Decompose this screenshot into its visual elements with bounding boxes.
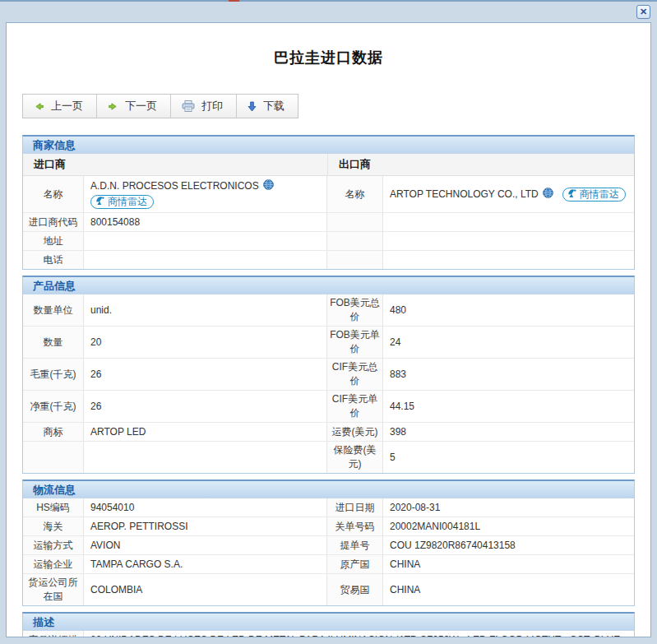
field-value xyxy=(383,213,634,231)
field-value: CHINA xyxy=(383,555,634,573)
exporter-header: 出口商 xyxy=(327,154,634,175)
description-section: 描述 产品详细描述 20 UNIDADES DE LUCES DE LED DE… xyxy=(22,612,635,637)
field-label: 产品详细描述 xyxy=(23,631,84,637)
logistics-section: 物流信息 HS编码 94054010 进口日期 2020-08-31 海关 AE… xyxy=(22,480,635,606)
exporter-name: ARTOP TECHNOLOGY CO., LTD xyxy=(390,188,539,200)
table-row: HS编码 94054010 进口日期 2020-08-31 xyxy=(23,498,634,517)
radar-label: 商情雷达 xyxy=(108,195,147,209)
field-value: 800154088 xyxy=(84,213,327,231)
print-button[interactable]: 打印 xyxy=(171,95,237,118)
table-row: 地址 xyxy=(23,232,634,251)
globe-icon[interactable] xyxy=(543,188,553,201)
download-icon xyxy=(248,101,257,112)
field-label xyxy=(327,251,383,269)
exporter-name-cell: ARTOP TECHNOLOGY CO., LTD xyxy=(383,176,634,212)
field-label: 数量 xyxy=(23,327,84,358)
field-value: CHINA xyxy=(383,574,634,605)
field-value: AEROP. PETTIROSSI xyxy=(84,517,327,535)
toolbar: 上一页 下一页 打印 下载 xyxy=(22,94,298,118)
field-value: ARTOP LED xyxy=(84,423,327,441)
field-value xyxy=(84,251,327,269)
field-value: 480 xyxy=(383,294,634,326)
field-value xyxy=(84,232,327,250)
field-label: 提单号 xyxy=(327,536,383,554)
field-label: 名称 xyxy=(23,176,84,212)
print-label: 打印 xyxy=(201,99,223,114)
table-row: 运输企业 TAMPA CARGO S.A. 原产国 CHINA xyxy=(23,555,634,574)
field-value: 5 xyxy=(383,442,634,473)
table-row: 电话 xyxy=(23,251,634,269)
field-label: 保险费(美元) xyxy=(327,442,383,473)
merchant-section-title: 商家信息 xyxy=(23,137,634,154)
next-page-button[interactable]: 下一页 xyxy=(97,95,171,118)
field-value: AVION xyxy=(84,536,327,554)
field-value: 20 UNIDADES DE LUCES DE LED DE METAL PAR… xyxy=(84,631,634,637)
field-value: 26 xyxy=(84,359,327,390)
table-row: 数量单位 unid. FOB美元总价 480 xyxy=(23,294,634,327)
importer-header: 进口商 xyxy=(23,154,327,175)
download-label: 下载 xyxy=(263,99,285,114)
merchant-header-row: 进口商 出口商 xyxy=(23,154,634,176)
field-label: 贸易国 xyxy=(327,574,383,605)
merchant-section: 商家信息 进口商 出口商 名称 A.D.N. PROCESOS ELECTRON… xyxy=(22,135,635,270)
radar-icon xyxy=(95,196,105,208)
field-label: HS编码 xyxy=(23,498,84,517)
field-label: FOB美元单价 xyxy=(327,327,383,358)
table-row: 海关 AEROP. PETTIROSSI 关单号码 20002MANI00418… xyxy=(23,517,634,536)
field-label: 运输方式 xyxy=(23,536,84,554)
field-label: 数量单位 xyxy=(23,294,84,326)
product-section-title: 产品信息 xyxy=(23,277,634,294)
dialog-panel: 巴拉圭进口数据 上一页 下一页 打印 xyxy=(6,22,651,637)
radar-label: 商情雷达 xyxy=(580,188,619,202)
table-row: 数量 20 FOB美元单价 24 xyxy=(23,327,634,359)
field-label: 运输企业 xyxy=(23,555,84,573)
table-row: 产品详细描述 20 UNIDADES DE LUCES DE LED DE ME… xyxy=(23,631,634,637)
close-button[interactable]: ✕ xyxy=(636,5,650,19)
field-value: 44.15 xyxy=(383,391,634,422)
table-row: 商标 ARTOP LED 运费(美元) 398 xyxy=(23,423,634,442)
field-value: 2020-08-31 xyxy=(383,498,634,517)
field-value xyxy=(383,232,634,250)
table-row: 进口商代码 800154088 xyxy=(23,213,634,232)
close-icon: ✕ xyxy=(640,7,647,16)
table-row: 货运公司所在国 COLOMBIA 贸易国 CHINA xyxy=(23,574,634,605)
field-label xyxy=(327,232,383,250)
prev-page-button[interactable]: 上一页 xyxy=(23,95,97,118)
field-value xyxy=(383,251,634,269)
globe-icon[interactable] xyxy=(263,179,274,192)
field-value: 398 xyxy=(383,423,634,441)
arrow-right-icon xyxy=(108,101,118,112)
field-value: 24 xyxy=(383,327,634,358)
field-label xyxy=(327,213,383,231)
page-title: 巴拉圭进口数据 xyxy=(22,48,635,67)
field-label: 毛重(千克) xyxy=(23,359,84,390)
field-label: 地址 xyxy=(23,232,84,250)
field-value xyxy=(84,442,327,473)
importer-radar-button[interactable]: 商情雷达 xyxy=(90,195,154,209)
product-section: 产品信息 数量单位 unid. FOB美元总价 480 数量 20 FOB美元单… xyxy=(22,276,635,474)
field-value: 20002MANI004181L xyxy=(383,517,634,535)
page-top-border xyxy=(0,0,657,2)
field-value: 20 xyxy=(84,327,327,358)
field-label: 进口商代码 xyxy=(23,213,84,231)
field-label: 关单号码 xyxy=(327,517,383,535)
radar-icon xyxy=(567,188,577,201)
field-value: unid. xyxy=(84,294,327,326)
field-label: 原产国 xyxy=(327,555,383,573)
exporter-radar-button[interactable]: 商情雷达 xyxy=(562,188,626,202)
field-value: COU 1Z9820R86740413158 xyxy=(383,536,634,554)
table-row: 毛重(千克) 26 CIF美元总价 883 xyxy=(23,359,634,391)
logistics-section-title: 物流信息 xyxy=(23,481,634,498)
field-label: 运费(美元) xyxy=(327,423,383,441)
field-label: 海关 xyxy=(23,517,84,535)
field-label: 进口日期 xyxy=(327,498,383,517)
merchant-name-row: 名称 A.D.N. PROCESOS ELECTRONICOS xyxy=(23,176,634,213)
download-button[interactable]: 下载 xyxy=(237,95,298,118)
field-value: 883 xyxy=(383,359,634,390)
field-value: TAMPA CARGO S.A. xyxy=(84,555,327,573)
field-label: FOB美元总价 xyxy=(327,294,383,326)
field-value: COLOMBIA xyxy=(84,574,327,605)
next-page-label: 下一页 xyxy=(125,99,157,114)
prev-page-label: 上一页 xyxy=(51,99,83,114)
table-row: 保险费(美元) 5 xyxy=(23,442,634,473)
